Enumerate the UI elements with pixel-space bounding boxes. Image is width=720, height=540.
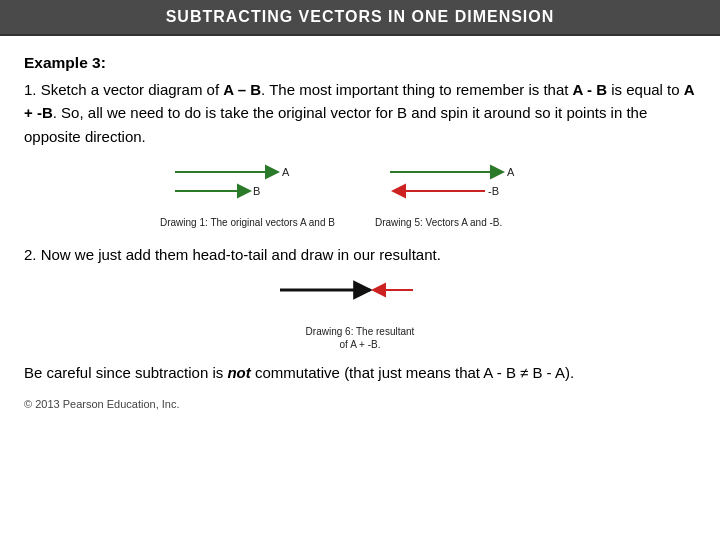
diagram-6-caption: Drawing 6: The resultant of A + -B. [306,325,415,351]
svg-text:-B: -B [488,185,499,197]
resultant-svg [265,274,455,322]
example-title: Example 3: [24,54,696,72]
footer-note: Be careful since subtraction is not comm… [24,361,696,384]
main-content: Example 3: 1. Sketch a vector diagram of… [0,36,720,422]
diagram-6: Drawing 6: The resultant of A + -B. [24,274,696,351]
svg-text:B: B [253,185,260,197]
vectors-ab-svg: A B [160,158,335,213]
diagram-1: A B Drawing 1: The original vectors A an… [160,158,335,229]
page-header: SUBTRACTING VECTORS IN ONE DIMENSION [0,0,720,36]
diagram-1-caption: Drawing 1: The original vectors A and B [160,216,335,229]
diagram-1-svg: A B [160,158,335,213]
svg-text:A: A [507,166,515,178]
step2-paragraph: 2. Now we just add them head-to-tail and… [24,243,696,266]
diagrams-row-1: A B Drawing 1: The original vectors A an… [24,158,696,229]
svg-text:A: A [282,166,290,178]
diagram-5-caption: Drawing 5: Vectors A and -B. [375,216,502,229]
step1-paragraph: 1. Sketch a vector diagram of A – B. The… [24,78,696,148]
copyright: © 2013 Pearson Education, Inc. [24,398,696,410]
header-title: SUBTRACTING VECTORS IN ONE DIMENSION [166,8,555,25]
vectors-a-negb-svg: A -B [375,158,560,213]
diagram-5-svg: A -B [375,158,560,213]
diagram-5: A -B Drawing 5: Vectors A and -B. [375,158,560,229]
